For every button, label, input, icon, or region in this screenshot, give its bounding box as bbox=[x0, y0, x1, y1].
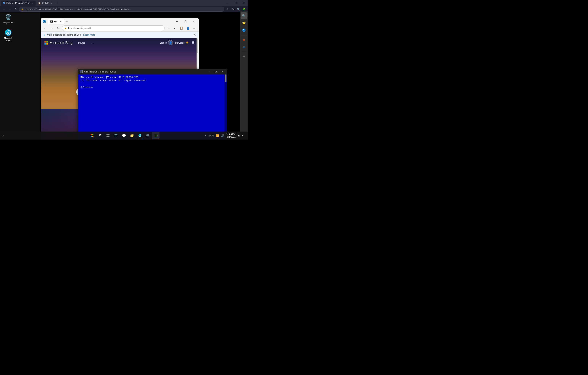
sidebar-office-button[interactable]: ■ bbox=[241, 36, 247, 43]
show-desktop-button[interactable]: ▣ bbox=[237, 132, 241, 139]
cmd-close-button[interactable]: ✕ bbox=[220, 70, 225, 74]
chat-button[interactable]: 💬 bbox=[120, 132, 127, 139]
system-tray: ∧ ENG 📶 🔊 11:06 PM 8/5/2022 ▣ ⚙ bbox=[204, 132, 246, 139]
outer-forward-button[interactable]: → bbox=[7, 7, 12, 12]
microsoft-squares bbox=[44, 41, 48, 44]
volume-button[interactable]: 🔊 bbox=[220, 132, 225, 139]
outer-url-text: https://bst-c375b4cb-e48d-b6ba3dc52fbf.b… bbox=[25, 8, 130, 10]
edge-desktop-icon[interactable]: MicrosoftEdge bbox=[2, 28, 14, 42]
outer-refresh-button[interactable]: ↻ bbox=[13, 7, 18, 12]
cmd-content[interactable]: Microsoft Windows [Version 10.0.22000.79… bbox=[78, 74, 227, 140]
file-explorer-button[interactable]: 📁 bbox=[128, 132, 136, 139]
sign-in-button[interactable]: Sign in 👤 bbox=[160, 40, 173, 45]
images-nav-link[interactable]: Images bbox=[76, 41, 87, 45]
lock-icon: 🔒 bbox=[64, 27, 67, 29]
learn-more-link[interactable]: Learn more bbox=[83, 33, 95, 36]
favorites-button[interactable]: ☆ bbox=[165, 25, 171, 31]
taskbar-center: ⚲ 💬 📁 bbox=[88, 132, 159, 139]
rewards-icon: 🏆 bbox=[186, 41, 189, 44]
svg-rect-17 bbox=[92, 134, 94, 135]
cmd-line-4: C:\Users\ bbox=[80, 86, 224, 89]
outer-back-button[interactable]: ← bbox=[1, 7, 7, 12]
sidebar-divider-2 bbox=[241, 52, 246, 52]
outer-tab-1-label: TestVM - Microsoft Azure bbox=[6, 2, 30, 4]
notif-close-button[interactable]: ✕ bbox=[193, 33, 196, 36]
network-button[interactable]: 📶 bbox=[215, 132, 220, 139]
recycle-bin-icon[interactable]: 🗑️ Recycle Bin bbox=[2, 13, 14, 24]
ms-sq-red bbox=[44, 41, 46, 43]
address-bar[interactable]: 🔒 https://www.bing.com/# bbox=[62, 25, 165, 31]
outer-close-button[interactable]: ✕ bbox=[240, 0, 247, 6]
fav-collections-button[interactable]: ★ bbox=[172, 25, 178, 31]
cmd-scroll-thumb[interactable] bbox=[225, 75, 227, 82]
browser-window-controls: — ❐ ✕ bbox=[173, 19, 198, 24]
svg-rect-20 bbox=[106, 134, 108, 135]
widgets-button[interactable] bbox=[112, 132, 120, 139]
edge-icon-image bbox=[5, 29, 12, 36]
rewards-button[interactable]: Rewards 🏆 bbox=[175, 41, 189, 44]
cmd-scrollbar[interactable] bbox=[224, 74, 227, 140]
bing-tab[interactable]: 🅱 Bing ✕ bbox=[48, 19, 64, 24]
forward-button[interactable]: → bbox=[49, 25, 55, 31]
outer-restore-button[interactable]: ❐ bbox=[232, 0, 240, 6]
svg-rect-24 bbox=[115, 134, 116, 135]
browser-minimize-button[interactable]: — bbox=[173, 19, 181, 24]
profile-button[interactable]: 👤 bbox=[185, 25, 191, 31]
cmd-minimize-button[interactable]: — bbox=[206, 70, 211, 74]
new-tab-button[interactable]: + bbox=[64, 19, 70, 24]
show-more-button[interactable]: » bbox=[1, 132, 5, 139]
sidebar-add-button[interactable]: + bbox=[241, 54, 247, 60]
browser-app-icon bbox=[42, 19, 47, 24]
outer-address-bar[interactable]: 🔒 https://bst-c375b4cb-e48d-b6ba3dc52fbf… bbox=[19, 7, 224, 12]
svg-rect-18 bbox=[91, 136, 92, 137]
store-button[interactable]: 🛒 bbox=[144, 132, 152, 139]
ms-sq-green bbox=[46, 41, 48, 43]
outer-toolbar: ← → ↻ 🔒 https://bst-c375b4cb-e48d-b6ba3d… bbox=[0, 6, 248, 12]
outer-tab-1-close[interactable]: ✕ bbox=[31, 2, 33, 5]
edge-taskbar-button[interactable] bbox=[136, 132, 144, 139]
keyboard-layout-button[interactable]: ENG bbox=[208, 132, 214, 139]
outer-minimize-button[interactable]: — bbox=[225, 0, 232, 6]
azure-favicon: 🅐 bbox=[3, 2, 5, 4]
more-nav-button[interactable]: ··· bbox=[90, 41, 95, 45]
sidebar-collections-button[interactable]: ⭐ bbox=[241, 20, 247, 26]
task-view-button[interactable] bbox=[104, 132, 112, 139]
taskbar-search-button[interactable]: ⚲ bbox=[96, 132, 104, 139]
svg-rect-21 bbox=[108, 134, 109, 135]
sidebar-bing-button[interactable]: B bbox=[241, 27, 247, 33]
collections-button[interactable]: 📋 bbox=[178, 25, 184, 31]
outer-tab-2-close[interactable]: ✕ bbox=[50, 2, 52, 5]
outer-tab-bar: 🅐 TestVM - Microsoft Azure ✕ 📋 TestVM ✕ … bbox=[0, 0, 248, 6]
outer-read-button[interactable]: Aa bbox=[231, 7, 236, 12]
cmd-titlebar: ⬛ Administrator: Command Prompt — ❐ ✕ bbox=[78, 69, 227, 74]
show-hidden-tray-button[interactable]: ∧ bbox=[204, 132, 207, 139]
cmd-restore-button[interactable]: ❐ bbox=[213, 70, 218, 74]
bing-tab-favicon: 🅱 bbox=[51, 20, 53, 23]
back-button[interactable]: ← bbox=[42, 25, 48, 31]
bing-menu-button[interactable]: ☰ bbox=[191, 40, 195, 45]
bing-tab-close[interactable]: ✕ bbox=[59, 20, 62, 23]
outer-fav-button[interactable]: ☆ bbox=[225, 7, 230, 12]
ms-sq-blue bbox=[44, 43, 46, 44]
notification-bar: ℹ We're updating our Terms of Use. Learn… bbox=[41, 32, 199, 38]
outer-tab-1[interactable]: 🅐 TestVM - Microsoft Azure ✕ bbox=[1, 0, 36, 6]
outer-new-tab-button[interactable]: + bbox=[55, 1, 59, 5]
tab-bar: 🅱 Bing ✕ + bbox=[48, 19, 172, 24]
sidebar-outlook-button[interactable]: ✉ bbox=[241, 44, 247, 50]
browser-close-button[interactable]: ✕ bbox=[190, 19, 198, 24]
clock-display[interactable]: 11:06 PM 8/5/2022 bbox=[226, 133, 236, 138]
settings-tray-button[interactable]: ⚙ bbox=[241, 132, 245, 139]
clock-time: 11:06 PM bbox=[226, 133, 236, 135]
browser-restore-button[interactable]: ❐ bbox=[181, 19, 190, 24]
clock-date: 8/5/2022 bbox=[227, 135, 236, 138]
taskbar: » ⚲ bbox=[0, 132, 248, 140]
start-button[interactable] bbox=[88, 132, 96, 139]
settings-button[interactable]: ··· bbox=[191, 25, 197, 31]
terminal-taskbar-button[interactable]: C:\ bbox=[152, 132, 159, 139]
refresh-button[interactable]: ↻ bbox=[55, 25, 61, 31]
info-icon: ℹ bbox=[44, 33, 45, 36]
ms-sq-yellow bbox=[46, 43, 48, 44]
outer-tab-2[interactable]: 📋 TestVM ✕ bbox=[36, 0, 54, 6]
rewards-text: Rewards bbox=[175, 41, 185, 44]
sidebar-search-button[interactable]: 🔍 bbox=[241, 12, 247, 19]
